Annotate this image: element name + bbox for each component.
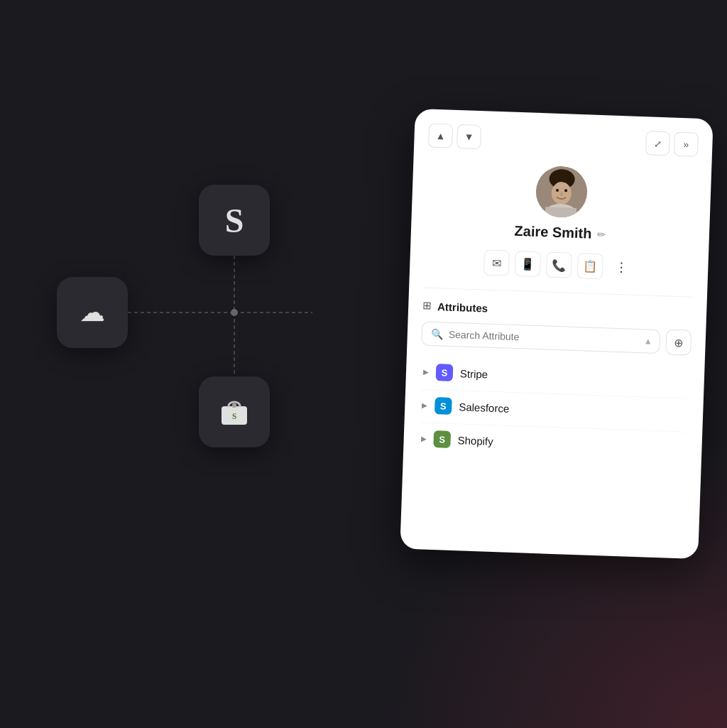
user-name-row: Zaire Smith ✏ xyxy=(514,223,606,242)
app-icons-container: ☁ S s xyxy=(43,178,312,462)
forward-icon: » xyxy=(683,138,689,150)
chevron-down-icon: ▼ xyxy=(464,131,474,142)
edit-icon[interactable]: ✏ xyxy=(597,228,606,239)
chevron-up-icon: ▲ xyxy=(435,130,445,141)
search-attribute-input[interactable] xyxy=(449,329,651,347)
avatar-section: Zaire Smith ✏ xyxy=(425,162,697,246)
search-icon: 🔍 xyxy=(431,328,444,340)
svg-text:s: s xyxy=(232,409,236,421)
nav-up-button[interactable]: ▲ xyxy=(428,124,453,148)
avatar xyxy=(535,165,588,218)
cloud-icon: ☁ xyxy=(80,298,105,327)
phone-icon: 📞 xyxy=(552,258,567,272)
more-button[interactable]: ⋮ xyxy=(608,254,635,281)
add-attribute-icon: ⊕ xyxy=(674,335,684,349)
notes-button[interactable]: 📋 xyxy=(577,253,603,279)
forward-button[interactable]: » xyxy=(674,132,699,157)
salesforce-icon: ☁ xyxy=(57,277,128,348)
email-button[interactable]: ✉ xyxy=(483,249,510,276)
nav-down-button[interactable]: ▼ xyxy=(457,124,481,149)
nav-arrows: ▲ ▼ xyxy=(428,124,481,150)
phone-button[interactable]: 📞 xyxy=(546,251,572,278)
email-icon: ✉ xyxy=(492,256,502,269)
stripe-logo: S xyxy=(436,364,454,381)
notes-icon: 📋 xyxy=(583,259,598,273)
shopify-logo: S xyxy=(433,430,451,448)
attributes-section: ⊞ Attributes 🔍 ▲ ⊕ ▶ S Stripe ▶ xyxy=(417,287,693,463)
card-top-nav: ▲ ▼ ⤢ » xyxy=(428,124,699,157)
more-dots-icon: ⋮ xyxy=(615,259,628,276)
stripe-letter: S xyxy=(225,201,244,240)
stripe-integration-label: Stripe xyxy=(460,367,488,380)
mobile-icon: 📱 xyxy=(520,257,535,271)
expand-button[interactable]: ⤢ xyxy=(645,131,670,156)
svg-rect-15 xyxy=(545,207,576,218)
avatar-image xyxy=(535,165,588,218)
top-right-actions: ⤢ » xyxy=(645,131,699,157)
add-attribute-button[interactable]: ⊕ xyxy=(665,329,692,355)
mobile-button[interactable]: 📱 xyxy=(515,251,541,277)
expand-icon: ⤢ xyxy=(654,138,662,148)
shopify-expand-arrow: ▶ xyxy=(421,435,427,442)
attributes-section-icon: ⊞ xyxy=(422,299,432,312)
shopify-icon: s xyxy=(199,376,270,447)
shopify-integration-label: Shopify xyxy=(457,434,493,447)
search-input-wrapper: 🔍 ▲ xyxy=(421,321,660,354)
scroll-up-arrow: ▲ xyxy=(644,336,652,346)
salesforce-logo: S xyxy=(434,397,452,415)
salesforce-expand-arrow: ▶ xyxy=(422,401,427,409)
search-row: 🔍 ▲ ⊕ xyxy=(421,320,692,355)
user-name: Zaire Smith xyxy=(514,223,592,242)
attributes-title: Attributes xyxy=(437,300,488,314)
attributes-header: ⊞ Attributes xyxy=(422,299,692,321)
stripe-icon: S xyxy=(199,185,270,256)
svg-rect-7 xyxy=(232,403,236,408)
shopify-bag-svg: s xyxy=(216,393,253,430)
svg-point-4 xyxy=(231,309,238,316)
salesforce-integration-label: Salesforce xyxy=(459,401,509,414)
action-icons-row: ✉ 📱 📞 📋 ⋮ xyxy=(424,247,694,282)
integration-list: ▶ S Stripe ▶ S Salesforce ▶ S Shopify xyxy=(417,356,691,463)
card-panel: ▲ ▼ ⤢ » xyxy=(400,109,713,559)
stripe-expand-arrow: ▶ xyxy=(423,368,429,376)
